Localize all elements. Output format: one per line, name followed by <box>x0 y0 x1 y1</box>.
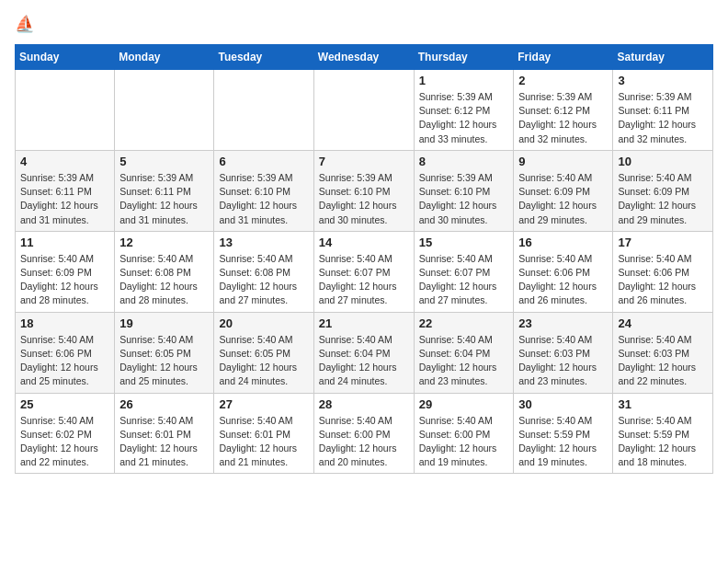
day-info: Sunrise: 5:40 AM Sunset: 6:09 PM Dayligh… <box>518 171 608 227</box>
calendar-cell: 10Sunrise: 5:40 AM Sunset: 6:09 PM Dayli… <box>613 150 713 231</box>
day-number: 30 <box>518 397 608 411</box>
day-number: 5 <box>119 155 209 168</box>
day-number: 24 <box>618 316 708 330</box>
calendar-cell: 11Sunrise: 5:40 AM Sunset: 6:09 PM Dayli… <box>16 231 115 312</box>
calendar-cell: 23Sunrise: 5:40 AM Sunset: 6:03 PM Dayli… <box>514 312 613 393</box>
day-info: Sunrise: 5:40 AM Sunset: 6:07 PM Dayligh… <box>419 252 509 308</box>
day-header-tuesday: Tuesday <box>214 45 313 70</box>
calendar-week-4: 18Sunrise: 5:40 AM Sunset: 6:06 PM Dayli… <box>16 312 713 393</box>
day-info: Sunrise: 5:40 AM Sunset: 6:07 PM Dayligh… <box>319 252 409 308</box>
day-number: 17 <box>618 236 708 249</box>
calendar-cell: 28Sunrise: 5:40 AM Sunset: 6:00 PM Dayli… <box>313 393 414 474</box>
calendar-cell: 17Sunrise: 5:40 AM Sunset: 6:06 PM Dayli… <box>613 231 713 312</box>
calendar-cell: 25Sunrise: 5:40 AM Sunset: 6:02 PM Dayli… <box>16 393 115 474</box>
day-info: Sunrise: 5:39 AM Sunset: 6:11 PM Dayligh… <box>618 90 708 146</box>
calendar-cell: 3Sunrise: 5:39 AM Sunset: 6:11 PM Daylig… <box>613 70 713 151</box>
day-number: 22 <box>419 316 509 330</box>
day-info: Sunrise: 5:39 AM Sunset: 6:10 PM Dayligh… <box>419 171 509 227</box>
calendar-week-1: 1Sunrise: 5:39 AM Sunset: 6:12 PM Daylig… <box>16 70 713 151</box>
calendar-week-3: 11Sunrise: 5:40 AM Sunset: 6:09 PM Dayli… <box>16 231 713 312</box>
calendar-cell: 13Sunrise: 5:40 AM Sunset: 6:08 PM Dayli… <box>214 231 313 312</box>
calendar-cell: 26Sunrise: 5:40 AM Sunset: 6:01 PM Dayli… <box>115 393 214 474</box>
calendar-cell: 6Sunrise: 5:39 AM Sunset: 6:10 PM Daylig… <box>214 150 313 231</box>
calendar-cell: 30Sunrise: 5:40 AM Sunset: 5:59 PM Dayli… <box>514 393 613 474</box>
day-number: 7 <box>319 155 409 168</box>
calendar-cell: 7Sunrise: 5:39 AM Sunset: 6:10 PM Daylig… <box>313 150 414 231</box>
day-header-friday: Friday <box>514 45 613 70</box>
calendar-cell <box>313 70 414 151</box>
day-info: Sunrise: 5:40 AM Sunset: 6:06 PM Dayligh… <box>518 252 608 308</box>
header: ⛵ <box>15 15 713 37</box>
calendar-cell: 2Sunrise: 5:39 AM Sunset: 6:12 PM Daylig… <box>514 70 613 151</box>
calendar-header-row: SundayMondayTuesdayWednesdayThursdayFrid… <box>16 45 713 70</box>
day-number: 23 <box>518 316 608 330</box>
day-info: Sunrise: 5:40 AM Sunset: 6:04 PM Dayligh… <box>419 333 509 389</box>
calendar-cell: 22Sunrise: 5:40 AM Sunset: 6:04 PM Dayli… <box>414 312 514 393</box>
calendar-cell: 19Sunrise: 5:40 AM Sunset: 6:05 PM Dayli… <box>115 312 214 393</box>
day-info: Sunrise: 5:40 AM Sunset: 6:05 PM Dayligh… <box>119 333 209 389</box>
calendar-cell: 12Sunrise: 5:40 AM Sunset: 6:08 PM Dayli… <box>115 231 214 312</box>
day-header-monday: Monday <box>115 45 214 70</box>
day-info: Sunrise: 5:40 AM Sunset: 6:03 PM Dayligh… <box>518 333 608 389</box>
day-info: Sunrise: 5:40 AM Sunset: 6:06 PM Dayligh… <box>20 333 109 389</box>
day-number: 1 <box>419 74 509 87</box>
day-number: 21 <box>319 316 409 330</box>
day-header-saturday: Saturday <box>613 45 713 70</box>
day-info: Sunrise: 5:39 AM Sunset: 6:11 PM Dayligh… <box>20 171 109 227</box>
day-info: Sunrise: 5:40 AM Sunset: 5:59 PM Dayligh… <box>618 414 708 470</box>
day-info: Sunrise: 5:40 AM Sunset: 6:01 PM Dayligh… <box>219 414 308 470</box>
day-info: Sunrise: 5:40 AM Sunset: 5:59 PM Dayligh… <box>518 414 608 470</box>
day-number: 13 <box>219 236 308 249</box>
day-number: 8 <box>419 155 509 168</box>
day-number: 25 <box>20 397 109 411</box>
calendar-cell <box>214 70 313 151</box>
day-number: 18 <box>20 316 109 330</box>
day-info: Sunrise: 5:39 AM Sunset: 6:10 PM Dayligh… <box>319 171 409 227</box>
calendar-cell: 31Sunrise: 5:40 AM Sunset: 5:59 PM Dayli… <box>613 393 713 474</box>
calendar-cell: 14Sunrise: 5:40 AM Sunset: 6:07 PM Dayli… <box>313 231 414 312</box>
day-info: Sunrise: 5:40 AM Sunset: 6:04 PM Dayligh… <box>319 333 409 389</box>
day-header-sunday: Sunday <box>16 45 115 70</box>
calendar-body: 1Sunrise: 5:39 AM Sunset: 6:12 PM Daylig… <box>16 70 713 474</box>
day-number: 4 <box>20 155 109 168</box>
calendar-cell: 5Sunrise: 5:39 AM Sunset: 6:11 PM Daylig… <box>115 150 214 231</box>
day-info: Sunrise: 5:39 AM Sunset: 6:10 PM Dayligh… <box>219 171 308 227</box>
logo-icon: ⛵ <box>15 15 37 37</box>
day-number: 19 <box>119 316 209 330</box>
day-info: Sunrise: 5:40 AM Sunset: 6:08 PM Dayligh… <box>119 252 209 308</box>
calendar: SundayMondayTuesdayWednesdayThursdayFrid… <box>15 44 713 474</box>
day-info: Sunrise: 5:39 AM Sunset: 6:11 PM Dayligh… <box>119 171 209 227</box>
calendar-cell: 9Sunrise: 5:40 AM Sunset: 6:09 PM Daylig… <box>514 150 613 231</box>
day-number: 9 <box>518 155 608 168</box>
day-number: 10 <box>618 155 708 168</box>
day-info: Sunrise: 5:40 AM Sunset: 6:02 PM Dayligh… <box>20 414 109 470</box>
svg-text:⛵: ⛵ <box>15 15 35 34</box>
day-info: Sunrise: 5:40 AM Sunset: 6:06 PM Dayligh… <box>618 252 708 308</box>
day-header-thursday: Thursday <box>414 45 514 70</box>
day-info: Sunrise: 5:40 AM Sunset: 6:05 PM Dayligh… <box>219 333 308 389</box>
day-header-wednesday: Wednesday <box>313 45 414 70</box>
day-info: Sunrise: 5:39 AM Sunset: 6:12 PM Dayligh… <box>419 90 509 146</box>
day-number: 12 <box>119 236 209 249</box>
day-number: 29 <box>419 397 509 411</box>
day-info: Sunrise: 5:40 AM Sunset: 6:08 PM Dayligh… <box>219 252 308 308</box>
day-info: Sunrise: 5:40 AM Sunset: 6:00 PM Dayligh… <box>419 414 509 470</box>
day-number: 20 <box>219 316 308 330</box>
calendar-week-2: 4Sunrise: 5:39 AM Sunset: 6:11 PM Daylig… <box>16 150 713 231</box>
day-number: 2 <box>518 74 608 87</box>
day-info: Sunrise: 5:40 AM Sunset: 6:03 PM Dayligh… <box>618 333 708 389</box>
calendar-cell: 4Sunrise: 5:39 AM Sunset: 6:11 PM Daylig… <box>16 150 115 231</box>
calendar-cell: 16Sunrise: 5:40 AM Sunset: 6:06 PM Dayli… <box>514 231 613 312</box>
day-number: 3 <box>618 74 708 87</box>
day-number: 26 <box>119 397 209 411</box>
calendar-cell: 21Sunrise: 5:40 AM Sunset: 6:04 PM Dayli… <box>313 312 414 393</box>
day-number: 11 <box>20 236 109 249</box>
day-info: Sunrise: 5:40 AM Sunset: 6:00 PM Dayligh… <box>319 414 409 470</box>
day-info: Sunrise: 5:40 AM Sunset: 6:09 PM Dayligh… <box>618 171 708 227</box>
day-number: 15 <box>419 236 509 249</box>
calendar-cell: 8Sunrise: 5:39 AM Sunset: 6:10 PM Daylig… <box>414 150 514 231</box>
calendar-cell <box>115 70 214 151</box>
day-info: Sunrise: 5:39 AM Sunset: 6:12 PM Dayligh… <box>518 90 608 146</box>
day-info: Sunrise: 5:40 AM Sunset: 6:01 PM Dayligh… <box>119 414 209 470</box>
calendar-cell: 24Sunrise: 5:40 AM Sunset: 6:03 PM Dayli… <box>613 312 713 393</box>
